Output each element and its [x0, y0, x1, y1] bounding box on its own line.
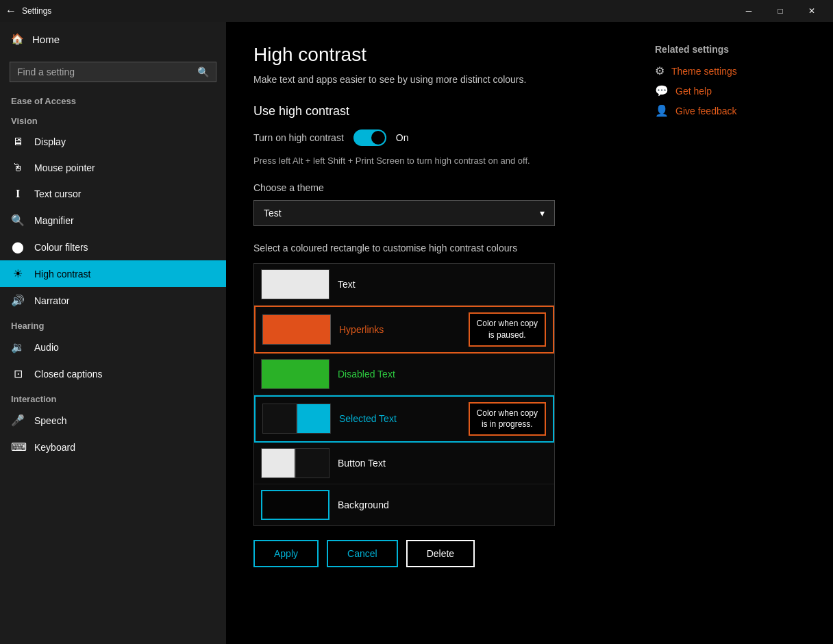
chevron-down-icon: ▾: [540, 208, 545, 219]
disabled-text-colour-label: Disabled Text: [338, 369, 395, 380]
action-buttons: Apply Cancel Delete: [253, 540, 806, 567]
copy-tooltip-selected: Color when copyis in progress.: [469, 402, 546, 436]
sidebar-item-keyboard[interactable]: ⌨ Keyboard: [0, 434, 226, 460]
get-help-link[interactable]: 💬 Get help: [655, 84, 806, 97]
magnifier-label: Magnifier: [34, 215, 74, 226]
colour-grid: Text Hyperlinks Color when copyis paused…: [253, 263, 555, 526]
background-swatch[interactable]: [261, 490, 330, 520]
toggle-row: Turn on high contrast On: [253, 129, 806, 146]
sidebar-item-speech[interactable]: 🎤 Speech: [0, 407, 226, 434]
text-colour-label: Text: [338, 279, 356, 290]
titlebar: ← Settings ─ □ ✕: [0, 0, 833, 22]
theme-dropdown[interactable]: Test ▾: [253, 200, 555, 226]
related-settings-title: Related settings: [655, 44, 806, 55]
high-contrast-label: High contrast: [34, 269, 90, 280]
colour-select-label: Select a coloured rectangle to customise…: [253, 243, 806, 253]
hearing-section-label: Hearing: [0, 314, 226, 334]
button-text-colour-label: Button Text: [338, 458, 386, 469]
button-text-swatch[interactable]: [261, 448, 330, 478]
narrator-icon: 🔊: [11, 294, 25, 307]
background-colour-label: Background: [338, 499, 389, 510]
choose-theme-label: Choose a theme: [253, 182, 806, 193]
search-input[interactable]: [17, 66, 197, 77]
keyboard-icon: ⌨: [11, 441, 25, 454]
sidebar-item-high-contrast[interactable]: ☀ High contrast: [0, 260, 226, 287]
closed-captions-icon: ⊡: [11, 367, 25, 380]
give-feedback-label: Give feedback: [675, 106, 737, 116]
mouse-pointer-icon: 🖱: [11, 162, 25, 174]
get-help-icon: 💬: [655, 84, 669, 97]
audio-icon: 🔉: [11, 340, 25, 354]
sidebar-item-narrator[interactable]: 🔊 Narrator: [0, 287, 226, 314]
keyboard-label: Keyboard: [34, 442, 75, 453]
display-icon: 🖥: [11, 136, 25, 148]
mouse-pointer-label: Mouse pointer: [34, 162, 95, 173]
text-cursor-label: Text cursor: [34, 188, 81, 199]
closed-captions-label: Closed captions: [34, 369, 103, 380]
home-icon: 🏠: [11, 33, 24, 45]
maximize-button[interactable]: □: [764, 0, 796, 22]
audio-label: Audio: [34, 342, 59, 353]
window-controls: ─ □ ✕: [733, 0, 828, 22]
hyperlinks-colour-label: Hyperlinks: [339, 324, 384, 335]
colour-row-hyperlinks[interactable]: Hyperlinks Color when copyis paused.: [254, 306, 554, 354]
sidebar-item-mouse-pointer[interactable]: 🖱 Mouse pointer: [0, 155, 226, 181]
text-cursor-icon: I: [11, 188, 25, 200]
high-contrast-toggle[interactable]: [353, 129, 386, 146]
toggle-knob: [371, 131, 385, 145]
breadcrumb: Ease of Access: [0, 90, 226, 109]
selected-text-colour-label: Selected Text: [339, 413, 397, 424]
theme-settings-icon: ⚙: [655, 64, 664, 77]
apply-button[interactable]: Apply: [253, 540, 319, 567]
sidebar-item-audio[interactable]: 🔉 Audio: [0, 334, 226, 360]
sidebar: 🏠 Home 🔍 Ease of Access Vision 🖥 Display…: [0, 22, 226, 644]
narrator-label: Narrator: [34, 295, 69, 306]
interaction-section-label: Interaction: [0, 387, 226, 407]
toggle-label: Turn on high contrast: [253, 132, 344, 143]
selected-text-swatch[interactable]: [262, 404, 331, 434]
back-button[interactable]: ←: [5, 5, 16, 17]
delete-button[interactable]: Delete: [406, 540, 475, 567]
theme-settings-label: Theme settings: [671, 66, 737, 77]
app-title: Settings: [22, 6, 733, 16]
sidebar-item-closed-captions[interactable]: ⊡ Closed captions: [0, 360, 226, 387]
speech-label: Speech: [34, 415, 66, 426]
get-help-label: Get help: [675, 86, 712, 97]
copy-tooltip-hyperlinks: Color when copyis paused.: [469, 312, 546, 347]
sidebar-item-magnifier[interactable]: 🔍 Magnifier: [0, 207, 226, 234]
give-feedback-link[interactable]: 👤 Give feedback: [655, 104, 806, 117]
colour-row-disabled-text[interactable]: Disabled Text: [254, 354, 554, 395]
sidebar-home[interactable]: 🏠 Home: [0, 22, 226, 56]
hyperlinks-swatch[interactable]: [262, 314, 331, 345]
magnifier-icon: 🔍: [11, 214, 25, 227]
app-body: 🏠 Home 🔍 Ease of Access Vision 🖥 Display…: [0, 22, 833, 644]
home-label: Home: [32, 34, 60, 45]
colour-filters-label: Colour filters: [34, 242, 88, 253]
sidebar-item-display[interactable]: 🖥 Display: [0, 129, 226, 155]
related-settings-panel: Related settings ⚙ Theme settings 💬 Get …: [655, 44, 806, 124]
colour-row-background[interactable]: Background: [254, 484, 554, 525]
toggle-state: On: [396, 132, 409, 143]
display-label: Display: [34, 136, 66, 147]
search-box[interactable]: 🔍: [10, 62, 216, 82]
close-button[interactable]: ✕: [796, 0, 828, 22]
colour-row-selected-text[interactable]: Selected Text Color when copyis in progr…: [254, 395, 554, 443]
page-subtitle: Make text and apps easier to see by usin…: [253, 74, 664, 85]
theme-settings-link[interactable]: ⚙ Theme settings: [655, 64, 806, 77]
disabled-text-swatch[interactable]: [261, 359, 330, 389]
high-contrast-icon: ☀: [11, 267, 25, 280]
theme-value: Test: [264, 208, 282, 219]
minimize-button[interactable]: ─: [733, 0, 764, 22]
cancel-button[interactable]: Cancel: [327, 540, 398, 567]
sidebar-item-colour-filters[interactable]: ⬤ Colour filters: [0, 234, 226, 260]
main-content: Related settings ⚙ Theme settings 💬 Get …: [226, 22, 833, 644]
speech-icon: 🎤: [11, 414, 25, 427]
colour-row-text[interactable]: Text: [254, 264, 554, 306]
colour-filters-icon: ⬤: [11, 240, 25, 253]
text-swatch[interactable]: [261, 269, 330, 299]
vision-section-label: Vision: [0, 109, 226, 129]
colour-row-button-text[interactable]: Button Text: [254, 443, 554, 484]
give-feedback-icon: 👤: [655, 104, 669, 117]
sidebar-item-text-cursor[interactable]: I Text cursor: [0, 181, 226, 207]
hint-text: Press left Alt + left Shift + Print Scre…: [253, 156, 664, 166]
